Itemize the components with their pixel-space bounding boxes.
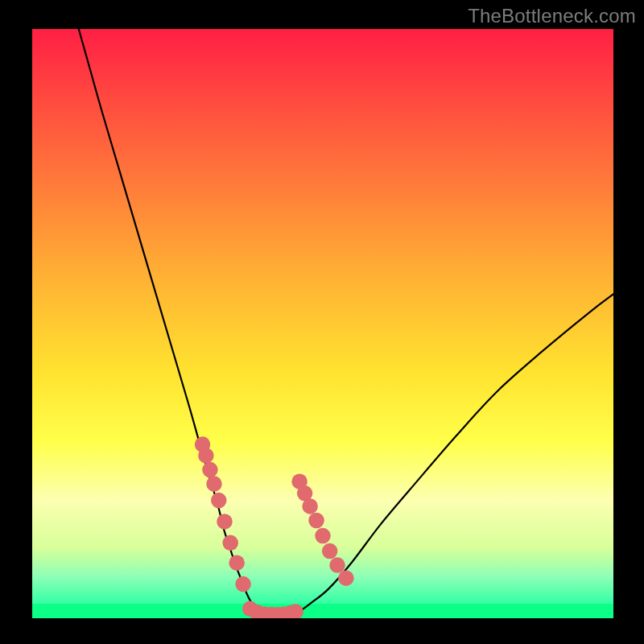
left-cluster-dots (195, 436, 251, 592)
plot-area (32, 29, 613, 618)
data-dot (302, 498, 317, 514)
watermark-label: TheBottleneck.com (468, 5, 636, 27)
right-cluster-dots (291, 473, 353, 586)
bottleneck-curve (79, 29, 613, 616)
data-dot (222, 535, 237, 551)
data-dot (217, 514, 232, 529)
chart-frame: TheBottleneck.com (0, 0, 644, 644)
data-dot (229, 555, 244, 570)
data-dot (202, 462, 217, 477)
data-dot (338, 570, 353, 585)
data-dot (198, 448, 213, 463)
data-dot (308, 513, 324, 528)
data-dot (211, 493, 226, 508)
data-dot (235, 576, 250, 592)
curve-svg (32, 29, 613, 618)
data-dot (315, 528, 330, 543)
data-dot (329, 557, 345, 572)
data-dot (322, 543, 337, 559)
data-dot (206, 476, 221, 491)
bottom-dots (242, 601, 303, 618)
